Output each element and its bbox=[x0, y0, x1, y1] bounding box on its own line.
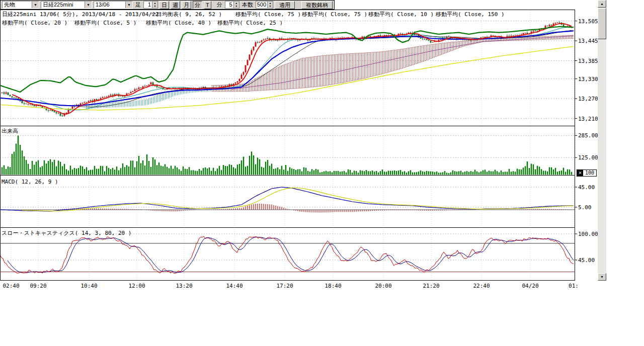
spinner-arrows[interactable]: ▲▼ bbox=[267, 2, 273, 8]
svg-text:17:20: 17:20 bbox=[276, 283, 293, 289]
svg-text:20:00: 20:00 bbox=[375, 283, 391, 289]
svg-text:45.00: 45.00 bbox=[578, 184, 595, 191]
svg-text:04/20: 04/20 bbox=[522, 283, 538, 289]
scroll-down-button[interactable]: ▼ bbox=[598, 273, 606, 281]
scrollbar-thumb[interactable] bbox=[598, 8, 606, 39]
svg-text:01:: 01: bbox=[569, 283, 579, 289]
symbol-select[interactable]: 日経225mini ▼ bbox=[41, 1, 92, 9]
svg-text:13,505: 13,505 bbox=[578, 18, 598, 25]
timeframe-tick-button[interactable]: T bbox=[204, 1, 211, 9]
svg-text:13,445: 13,445 bbox=[578, 38, 598, 44]
svg-text:45.00: 45.00 bbox=[578, 257, 595, 264]
spinner-arrows[interactable]: ▲▼ bbox=[152, 2, 157, 8]
bar-multiplier-value: 1 bbox=[144, 2, 152, 8]
svg-text:13:20: 13:20 bbox=[176, 283, 192, 289]
bar-type-label: 足 bbox=[135, 1, 141, 9]
svg-text:13,270: 13,270 bbox=[578, 96, 598, 102]
svg-text:5.00: 5.00 bbox=[578, 204, 592, 211]
scroll-up-button[interactable]: ▲ bbox=[598, 0, 606, 8]
minute-spinner[interactable]: 5 ▲▼ bbox=[225, 1, 239, 9]
bar-count-label: 本数 bbox=[242, 1, 253, 9]
svg-text:09:20: 09:20 bbox=[30, 283, 46, 289]
svg-text:13,210: 13,210 bbox=[578, 116, 598, 122]
svg-text:285.00: 285.00 bbox=[578, 132, 598, 139]
timeframe-day-button[interactable]: 日 bbox=[159, 1, 169, 9]
multi-symbol-button[interactable]: 複数銘柄 bbox=[301, 1, 333, 9]
chevron-down-icon[interactable]: ▼ bbox=[32, 2, 39, 8]
timeframe-month-button[interactable]: 月 bbox=[182, 1, 191, 9]
svg-text:14:40: 14:40 bbox=[226, 283, 243, 289]
svg-text:12:00: 12:00 bbox=[128, 283, 145, 289]
minute-value: 5 bbox=[225, 2, 233, 8]
minute-label: 分 bbox=[217, 1, 222, 9]
instrument-type-value: 先物 bbox=[3, 2, 32, 8]
bar-count-spinner[interactable]: 500 ▲▼ bbox=[256, 1, 273, 9]
svg-text:13,330: 13,330 bbox=[578, 76, 598, 82]
chart-canvas: 13,50513,44513,38513,33013,27013,210285.… bbox=[0, 0, 644, 346]
symbol-value: 日経225mini bbox=[41, 2, 85, 8]
contract-month-select[interactable]: 13/06 ▼ bbox=[94, 1, 133, 9]
svg-text:13,385: 13,385 bbox=[578, 58, 598, 64]
svg-text:100.00: 100.00 bbox=[578, 231, 598, 237]
svg-text:125.00: 125.00 bbox=[578, 154, 598, 161]
chevron-down-icon[interactable]: ▼ bbox=[85, 2, 92, 8]
spin-down-icon[interactable]: ▼ bbox=[234, 5, 239, 8]
spin-down-icon[interactable]: ▼ bbox=[268, 5, 273, 8]
spin-down-icon[interactable]: ▼ bbox=[152, 5, 157, 8]
svg-text:21:20: 21:20 bbox=[423, 283, 439, 289]
bar-multiplier-spinner[interactable]: 1 ▲▼ bbox=[143, 1, 158, 9]
contract-month-value: 13/06 bbox=[94, 2, 125, 8]
bar-count-value: 500 bbox=[256, 2, 267, 8]
scrollbar-track[interactable] bbox=[598, 8, 606, 273]
svg-text:10:40: 10:40 bbox=[80, 283, 97, 289]
apply-button[interactable]: 適用 bbox=[275, 1, 295, 9]
svg-text:02:40: 02:40 bbox=[3, 283, 19, 289]
svg-text:18:40: 18:40 bbox=[325, 283, 341, 289]
instrument-type-select[interactable]: 先物 ▼ bbox=[2, 1, 39, 9]
timeframe-minute-button[interactable]: 分 bbox=[193, 1, 202, 9]
svg-text:22:40: 22:40 bbox=[473, 283, 490, 289]
vertical-scrollbar[interactable]: ▲ ▼ bbox=[598, 0, 606, 281]
chevron-down-icon[interactable]: ▼ bbox=[125, 2, 132, 8]
timeframe-week-button[interactable]: 週 bbox=[171, 1, 180, 9]
toolbar: 先物 ▼ 日経225mini ▼ 13/06 ▼ 足 1 ▲▼ 日 週 月 分 … bbox=[0, 0, 335, 10]
chart-background bbox=[0, 10, 575, 281]
spinner-arrows[interactable]: ▲▼ bbox=[233, 2, 239, 8]
